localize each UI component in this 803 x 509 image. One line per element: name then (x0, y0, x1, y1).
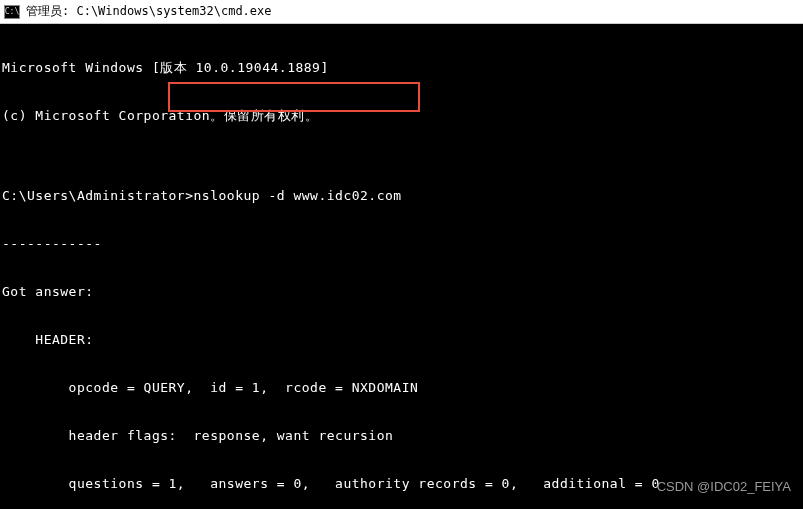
terminal-line: Got answer: (2, 284, 801, 300)
terminal-line: opcode = QUERY, id = 1, rcode = NXDOMAIN (2, 380, 801, 396)
window-titlebar: C:\ 管理员: C:\Windows\system32\cmd.exe (0, 0, 803, 24)
terminal-line: Microsoft Windows [版本 10.0.19044.1889] (2, 60, 801, 76)
terminal-line: ------------ (2, 236, 801, 252)
terminal-output[interactable]: Microsoft Windows [版本 10.0.19044.1889] (… (0, 24, 803, 509)
window-title: 管理员: C:\Windows\system32\cmd.exe (26, 3, 272, 20)
cmd-icon: C:\ (4, 5, 20, 19)
terminal-line: (c) Microsoft Corporation。保留所有权利。 (2, 108, 801, 124)
terminal-line: header flags: response, want recursion (2, 428, 801, 444)
command-prompt-line[interactable]: C:\Users\Administrator>nslookup -d www.i… (2, 188, 801, 204)
terminal-line: HEADER: (2, 332, 801, 348)
watermark-text: CSDN @IDC02_FEIYA (657, 479, 791, 495)
